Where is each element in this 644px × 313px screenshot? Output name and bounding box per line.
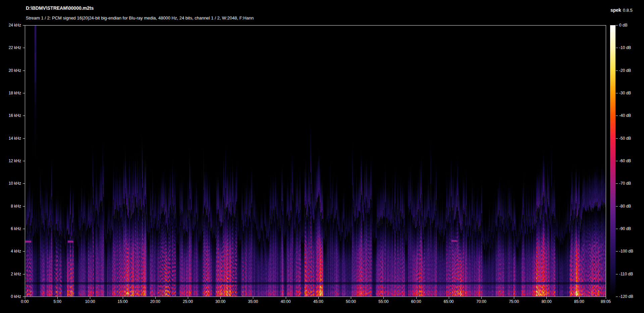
db-tick: [616, 71, 618, 71]
freq-tick: [23, 206, 25, 207]
freq-tick-label: 2 kHz: [0, 272, 21, 276]
freq-tick: [23, 229, 25, 229]
db-tick-label: -110 dB: [619, 272, 633, 276]
freq-tick-label: 12 kHz: [0, 159, 21, 163]
db-tick: [616, 206, 618, 207]
time-tick-label: 30:00: [210, 299, 231, 304]
time-tick: [188, 297, 188, 299]
time-tick: [481, 297, 482, 299]
db-tick-label: -20 dB: [619, 68, 631, 73]
freq-tick: [23, 251, 25, 252]
freq-tick: [23, 71, 25, 71]
freq-tick: [23, 25, 25, 26]
time-tick: [514, 297, 514, 299]
time-tick: [416, 297, 417, 299]
db-tick-label: -120 dB: [619, 294, 633, 299]
db-tick-label: -30 dB: [619, 91, 631, 95]
freq-tick-label: 24 kHz: [0, 23, 21, 28]
time-tick: [155, 297, 156, 299]
time-tick: [318, 297, 319, 299]
time-tick: [606, 297, 606, 299]
time-tick-label: 10:00: [79, 299, 101, 304]
db-tick-label: -40 dB: [619, 113, 631, 118]
db-tick: [616, 161, 618, 161]
db-tick: [616, 116, 618, 116]
time-tick-label: 15:00: [112, 299, 133, 304]
time-tick-label: 35:00: [242, 299, 264, 304]
freq-tick-label: 16 kHz: [0, 113, 21, 118]
app-brand-name: spek: [610, 7, 621, 13]
freq-tick-label: 8 kHz: [0, 204, 21, 209]
db-tick-label: 0 dB: [619, 23, 628, 28]
time-tick: [123, 297, 123, 299]
app-brand: spek0.8.5: [610, 7, 633, 13]
app-version: 0.8.5: [623, 8, 633, 13]
db-tick-label: -100 dB: [619, 249, 633, 254]
db-tick: [616, 183, 618, 184]
freq-tick: [23, 274, 25, 274]
db-tick-label: -60 dB: [619, 159, 631, 163]
freq-tick-label: 20 kHz: [0, 68, 21, 73]
time-tick-label: 85:00: [569, 299, 590, 304]
freq-tick: [23, 161, 25, 161]
page-title: D:\BDMV\STREAM\00000.m2ts: [26, 5, 94, 11]
freq-tick: [23, 183, 25, 184]
freq-tick: [23, 138, 25, 139]
db-tick-label: -90 dB: [619, 226, 631, 231]
db-tick-label: -70 dB: [619, 181, 631, 186]
db-tick: [616, 297, 618, 297]
time-tick-label: 75:00: [503, 299, 525, 304]
time-tick-label: 70:00: [471, 299, 492, 304]
time-tick-label: 25:00: [177, 299, 199, 304]
time-tick-label: 0:00: [14, 299, 36, 304]
time-tick-label: 55:00: [373, 299, 394, 304]
freq-tick: [23, 93, 25, 93]
freq-tick-label: 4 kHz: [0, 249, 21, 254]
time-tick: [90, 297, 90, 299]
time-tick: [579, 297, 580, 299]
time-tick: [351, 297, 351, 299]
time-tick-label: 80:00: [536, 299, 557, 304]
time-tick-label: 65:00: [438, 299, 460, 304]
db-tick: [616, 48, 618, 48]
time-tick: [220, 297, 221, 299]
db-tick: [616, 138, 618, 139]
freq-tick-label: 22 kHz: [0, 45, 21, 50]
db-tick: [616, 251, 618, 252]
time-tick: [253, 297, 253, 299]
freq-tick-label: 6 kHz: [0, 226, 21, 231]
db-tick-label: -10 dB: [619, 45, 631, 50]
spectrogram-canvas: [25, 26, 606, 297]
freq-tick-label: 18 kHz: [0, 91, 21, 95]
freq-tick: [23, 48, 25, 48]
time-tick-label: 20:00: [145, 299, 166, 304]
time-tick-label: 60:00: [406, 299, 427, 304]
db-tick-label: -50 dB: [619, 136, 631, 141]
time-tick: [449, 297, 449, 299]
freq-tick-label: 0 kHz: [0, 294, 21, 299]
time-tick-label: 40:00: [275, 299, 297, 304]
db-tick: [616, 229, 618, 229]
time-tick-label: 45:00: [308, 299, 329, 304]
time-tick-label: 50:00: [340, 299, 362, 304]
db-colorbar: [610, 25, 615, 297]
freq-tick: [23, 116, 25, 116]
db-tick: [616, 274, 618, 274]
time-tick-label: 89:05: [595, 299, 616, 304]
freq-tick-label: 10 kHz: [0, 181, 21, 186]
time-tick: [546, 297, 547, 299]
db-tick: [616, 93, 618, 93]
time-tick: [286, 297, 286, 299]
time-tick: [57, 297, 58, 299]
db-tick: [616, 25, 618, 26]
time-tick: [383, 297, 384, 299]
spek-window: D:\BDMV\STREAM\00000.m2ts Stream 1 / 2: …: [0, 0, 644, 313]
stream-info: Stream 1 / 2: PCM signed 16|20|24-bit bi…: [26, 15, 254, 20]
freq-tick-label: 14 kHz: [0, 136, 21, 141]
db-tick-label: -80 dB: [619, 204, 631, 209]
time-tick: [25, 297, 25, 299]
time-tick-label: 5:00: [47, 299, 68, 304]
